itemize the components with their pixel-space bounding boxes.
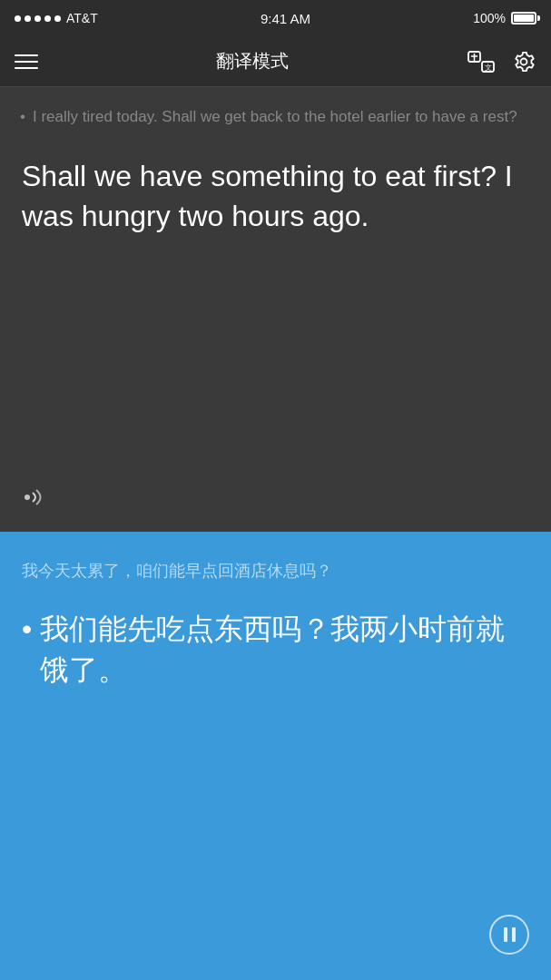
translate-mode-icon[interactable]: 文 <box>466 49 497 74</box>
chinese-primary-text: 我们能先吃点东西吗？我两小时前就饿了。 <box>22 609 529 691</box>
bottom-panel: 我今天太累了，咱们能早点回酒店休息吗？ 我们能先吃点东西吗？我两小时前就饿了。 <box>0 532 551 980</box>
pause-button[interactable] <box>489 915 529 955</box>
chinese-secondary-text: 我今天太累了，咱们能早点回酒店休息吗？ <box>22 559 529 583</box>
status-right: 100% <box>473 11 536 25</box>
status-left: AT&T <box>15 11 98 25</box>
top-panel: I really tired today. Shall we get back … <box>0 87 551 532</box>
english-primary-text: Shall we have something to eat first? I … <box>22 156 529 238</box>
english-secondary-text: I really tired today. Shall we get back … <box>22 105 529 129</box>
status-bar: AT&T 9:41 AM 100% <box>0 0 551 36</box>
carrier-label: AT&T <box>66 11 98 25</box>
signal-icon <box>15 15 61 22</box>
sound-playing-icon[interactable] <box>22 486 49 514</box>
nav-title: 翻译模式 <box>216 49 289 74</box>
battery-label: 100% <box>473 11 506 25</box>
gear-icon[interactable] <box>511 49 536 74</box>
status-time: 9:41 AM <box>261 11 310 26</box>
pause-icon <box>504 927 516 942</box>
svg-point-5 <box>25 495 30 500</box>
svg-text:文: 文 <box>485 64 492 72</box>
nav-bar: 翻译模式 文 <box>0 36 551 87</box>
battery-icon <box>511 12 536 24</box>
hamburger-icon[interactable] <box>15 54 38 69</box>
nav-right-icons: 文 <box>466 49 536 74</box>
